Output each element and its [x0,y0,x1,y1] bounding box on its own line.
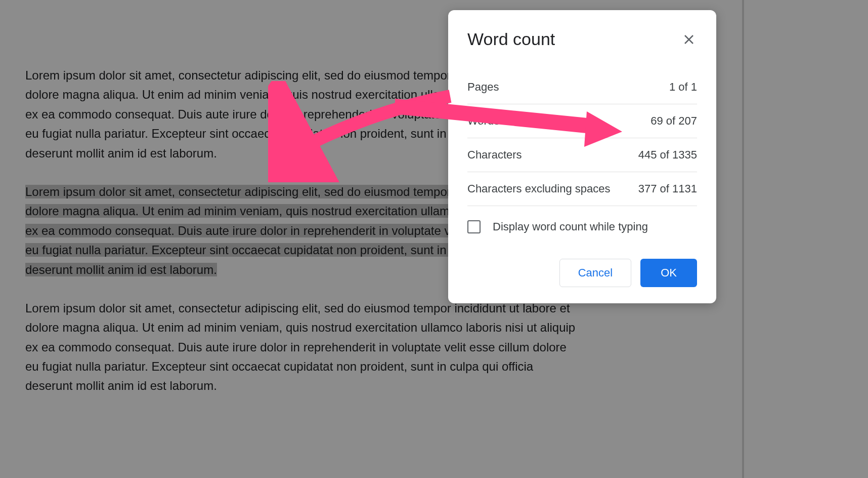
stat-value: 1 of 1 [669,81,697,94]
stat-value: 377 of 1131 [638,182,697,195]
page-edge [742,0,744,478]
stat-row-pages: Pages 1 of 1 [467,70,697,104]
stat-label: Characters [467,148,522,162]
ok-button[interactable]: OK [640,259,697,287]
checkbox-row: Display word count while typing [467,220,697,233]
close-icon[interactable] [681,31,697,48]
display-count-checkbox[interactable] [467,220,481,233]
stat-label: Characters excluding spaces [467,182,610,195]
stat-row-chars-no-spaces: Characters excluding spaces 377 of 1131 [467,172,697,206]
checkbox-label: Display word count while typing [493,220,648,233]
stat-value: 69 of 207 [650,114,697,128]
word-count-dialog: Word count Pages 1 of 1 Words 69 of 207 … [448,10,716,303]
stat-value: 445 of 1335 [638,148,697,162]
stat-label: Words [467,114,499,128]
stat-row-words: Words 69 of 207 [467,104,697,138]
modal-overlay[interactable] [0,0,868,478]
stat-row-characters: Characters 445 of 1335 [467,138,697,172]
stat-label: Pages [467,81,499,94]
dialog-title: Word count [467,29,555,49]
cancel-button[interactable]: Cancel [559,259,631,287]
